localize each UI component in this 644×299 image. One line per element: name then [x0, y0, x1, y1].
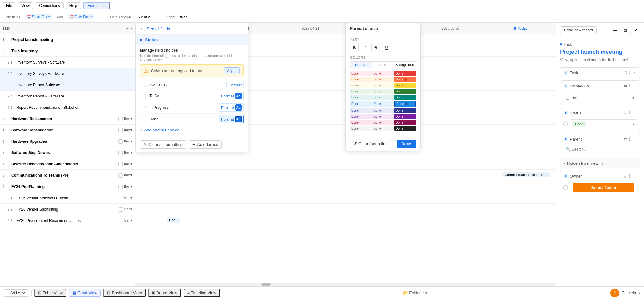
bar-select[interactable]: Bar ▾ [124, 128, 132, 132]
info-btn[interactable]: ℹ [629, 70, 630, 75]
add-record-btn[interactable]: + Add new record [560, 26, 597, 34]
column-options-btn[interactable]: ▾ [130, 26, 132, 30]
task-row[interactable]: 8 Communications To Teams (Pre) Bar ▾ [0, 170, 135, 181]
color-swatch[interactable]: Done [350, 95, 372, 100]
task-row[interactable]: 2.3 Inventory Report Software [0, 79, 135, 91]
color-swatch[interactable]: Done [350, 120, 372, 125]
bar-select[interactable]: Bar ▾ [124, 162, 132, 166]
color-swatch[interactable]: Done [394, 114, 416, 119]
color-swatch[interactable]: Done [394, 126, 416, 131]
task-row[interactable]: 3 Hardware Reclamation Bar ▾ [0, 113, 135, 125]
close-panel-btn[interactable]: ✕ [631, 27, 640, 34]
due-date-tag[interactable]: 📅 Due Date [68, 14, 94, 19]
folder-btn[interactable]: 📁 Folder 1 ▾ [403, 291, 427, 295]
task-row[interactable]: 2.2 Inventory Surveys Hardware [0, 68, 135, 79]
underline-btn[interactable]: U [382, 43, 391, 52]
more-btn[interactable]: ⋯ [632, 83, 637, 88]
bar-select[interactable]: Bar ▾ [124, 139, 132, 143]
color-swatch[interactable]: Done [372, 71, 394, 76]
more-btn[interactable]: ⋯ [632, 110, 637, 115]
maximize-btn[interactable]: ⊡ [621, 27, 630, 34]
connections-menu[interactable]: Connections [36, 2, 64, 9]
bar-checkbox[interactable] [118, 185, 123, 189]
auto-format-btn[interactable]: ✦ Auto format [189, 140, 222, 149]
task-row[interactable]: 5 Hardware Upgrades Bar ▾ [0, 136, 135, 147]
format-no-value-btn[interactable]: Format [226, 82, 244, 88]
bar-select[interactable]: Bar ▾ [124, 185, 132, 189]
dashboard-view-btn[interactable]: ⊟ Dashboard View [103, 289, 145, 297]
bar-checkbox[interactable] [119, 207, 123, 212]
task-row[interactable]: 4 Software Consolidation Bar ▾ [0, 125, 135, 136]
color-swatch[interactable]: Done [350, 101, 372, 107]
apply-button[interactable]: App... [224, 67, 240, 74]
color-swatch[interactable]: Done [372, 120, 394, 125]
color-swatch[interactable]: Done [372, 101, 394, 107]
timeline-view-btn[interactable]: ≡ Timeline View [184, 289, 220, 297]
status-select[interactable]: Done ▴ [570, 119, 637, 128]
color-swatch[interactable]: Done [394, 71, 416, 76]
color-swatch[interactable]: Done [394, 120, 416, 125]
color-swatch[interactable]: Done [350, 89, 372, 94]
color-swatch[interactable]: Done [350, 71, 372, 76]
see-all-fields-btn[interactable]: ← See all fields [136, 23, 248, 35]
bar-select[interactable]: Bar ▾ [124, 173, 132, 177]
bar-checkbox[interactable] [119, 196, 123, 200]
task-row[interactable]: 1 Project launch meeting [0, 34, 135, 45]
gantt-view-btn[interactable]: ▦ Gantt View [69, 289, 101, 297]
task-row[interactable]: 6 Software Step Downs Bar ▾ [0, 147, 135, 158]
bar-select[interactable]: Bar ▾ [124, 151, 132, 155]
color-swatch-selected[interactable]: Done [394, 101, 416, 107]
color-swatch[interactable]: Done [394, 77, 416, 82]
minimize-btn[interactable]: — [610, 27, 619, 34]
color-swatch[interactable]: Done [350, 108, 372, 113]
format-todo-btn[interactable]: Format Aa [219, 92, 244, 100]
start-date-tag[interactable]: 📅 Start Date [25, 14, 52, 19]
italic-btn[interactable]: I [361, 43, 369, 52]
bar-select[interactable]: Bar ▾ [124, 219, 132, 223]
task-row[interactable]: 2.4 Inventory Report - Hardware [0, 91, 135, 102]
more-btn[interactable]: ⋯ [632, 174, 637, 179]
get-help-btn[interactable]: ? [610, 289, 619, 297]
color-swatch[interactable]: Done [372, 77, 394, 82]
gantt-scrollbar[interactable] [135, 283, 556, 286]
owner-radio[interactable] [563, 185, 568, 190]
more-btn[interactable]: ⋯ [632, 136, 637, 141]
format-done-btn[interactable]: Format Aa [219, 115, 244, 123]
bar-checkbox[interactable] [118, 139, 123, 144]
color-swatch[interactable]: Done [372, 108, 394, 113]
bar-select[interactable]: Bar ▾ [124, 207, 132, 211]
parent-search-input[interactable] [572, 147, 635, 152]
task-row[interactable]: 2 Tech Inventory [0, 45, 135, 57]
task-row[interactable]: 7 Disaster Recovery Plan Amendments Bar … [0, 158, 135, 170]
color-swatch[interactable]: Done [372, 83, 394, 88]
help-menu[interactable]: Help [66, 2, 81, 9]
text-tab[interactable]: Text [372, 62, 394, 68]
parent-search-box[interactable]: 🔍 [563, 146, 637, 153]
background-tab[interactable]: Background [394, 62, 416, 68]
task-row[interactable]: 9.2 FY26 Vendor Shortlisting Bar ▾ [0, 204, 135, 215]
display-as-select[interactable]: Bar ▾ [563, 94, 637, 102]
color-swatch[interactable]: Done [372, 95, 394, 100]
presets-tab[interactable]: Presets [350, 62, 372, 68]
formatting-button[interactable]: Formatting [83, 2, 110, 9]
color-swatch[interactable]: Done [394, 108, 416, 113]
color-swatch[interactable]: Done [372, 89, 394, 94]
view-menu[interactable]: View [18, 2, 33, 9]
strikethrough-btn[interactable]: S [371, 43, 380, 52]
color-swatch[interactable]: Done [394, 83, 416, 88]
bar-checkbox[interactable] [118, 128, 123, 132]
status-item[interactable]: ■ Status [136, 35, 248, 45]
color-swatch[interactable]: Done [350, 126, 372, 131]
color-swatch[interactable]: Done [350, 114, 372, 119]
bar-select[interactable]: Bar ▾ [124, 196, 132, 200]
add-view-btn[interactable]: + Add view [4, 289, 29, 297]
clear-formatting-btn[interactable]: ↺ Clear formatting [350, 140, 391, 148]
bar-select[interactable]: Bar ▾ [124, 117, 132, 121]
task-row[interactable]: 2.1 Inventory Surveys - Software [0, 57, 135, 68]
bar-checkbox[interactable] [118, 151, 123, 155]
info-btn[interactable]: ℹ [629, 136, 630, 141]
status-radio[interactable] [563, 121, 568, 126]
format-inprogress-btn[interactable]: Format Aa [219, 103, 244, 112]
add-column-btn[interactable]: + [126, 26, 129, 31]
file-menu[interactable]: File [3, 2, 15, 9]
